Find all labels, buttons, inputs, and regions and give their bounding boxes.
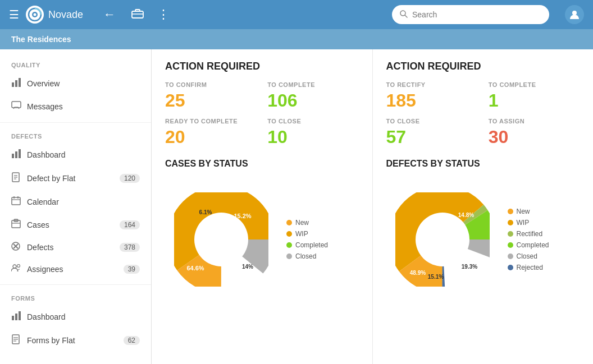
- r-legend-rejected: Rejected: [508, 264, 549, 271]
- left-metric-to-close-label: TO CLOSE: [267, 118, 358, 125]
- sidebar-item-defect-by-flat[interactable]: Defect by Flat 120: [0, 167, 151, 190]
- r-legend-rectified-label: Rectified: [517, 230, 543, 238]
- divider-2: [0, 284, 151, 285]
- donut-wip-label: 64.6%: [186, 265, 204, 271]
- right-legend: New WIP Rectified Completed: [508, 208, 549, 271]
- svg-rect-31: [12, 316, 14, 320]
- sidebar-item-cases[interactable]: Cases 164: [0, 213, 151, 236]
- cases-label: Cases: [27, 220, 120, 229]
- overview-label: Overview: [27, 79, 140, 88]
- svg-point-7: [572, 11, 577, 15]
- defects-badge: 378: [120, 243, 140, 252]
- sidebar-item-defects-dashboard[interactable]: Dashboard: [0, 143, 151, 167]
- right-metric-to-close: TO CLOSE 57: [386, 118, 477, 148]
- right-metric-to-assign-label: TO ASSIGN: [489, 118, 580, 125]
- left-metric-to-close: TO CLOSE 10: [267, 118, 358, 148]
- r-legend-wip: WIP: [508, 219, 549, 227]
- svg-rect-33: [19, 311, 21, 320]
- legend-completed-dot: [286, 242, 292, 248]
- legend-new-dot: [286, 220, 292, 225]
- sub-header-title: The Residences: [11, 35, 71, 44]
- legend-completed-label: Completed: [295, 241, 328, 249]
- cases-icon: [11, 219, 27, 231]
- left-metric-ready-to-complete-label: READY TO COMPLETE: [165, 118, 256, 125]
- r-legend-new: New: [508, 208, 549, 215]
- left-chart-area: 15.2% 64.6% 6.1% 14% New: [165, 178, 359, 301]
- right-metric-to-rectify: TO RECTIFY 185: [386, 81, 477, 111]
- r-legend-wip-dot: [508, 220, 513, 225]
- forms-by-flat-icon: [11, 334, 27, 347]
- r-legend-new-label: New: [517, 208, 530, 215]
- defect-by-flat-icon: [11, 172, 27, 185]
- search-icon: [400, 10, 408, 20]
- left-metric-to-confirm: TO CONFIRM 25: [165, 81, 256, 111]
- main-layout: QUALITY Overview Messages DEFECTS: [0, 49, 593, 364]
- legend-wip-dot: [286, 231, 292, 237]
- left-legend: New WIP Completed Closed: [286, 219, 328, 260]
- assignees-badge: 39: [124, 265, 140, 274]
- r-donut-completed-label: 15.1%: [427, 274, 443, 280]
- r-donut-wip-label: 48.9%: [409, 270, 425, 276]
- calendar-icon: [11, 196, 27, 208]
- right-metric-to-close-value: 57: [386, 127, 477, 148]
- r-legend-rejected-dot: [508, 265, 513, 270]
- sidebar-item-overview[interactable]: Overview: [0, 72, 151, 95]
- sidebar-item-calendar[interactable]: Calendar: [0, 190, 151, 213]
- left-metric-to-confirm-label: TO CONFIRM: [165, 81, 256, 88]
- left-donut-chart: 15.2% 64.6% 6.1% 14%: [165, 183, 277, 296]
- right-metric-to-assign-value: 30: [489, 127, 580, 148]
- defect-by-flat-label: Defect by Flat: [27, 174, 120, 183]
- svg-point-29: [13, 265, 16, 268]
- forms-dashboard-icon: [11, 311, 27, 323]
- right-metric-to-complete-value: 1: [489, 90, 580, 111]
- r-legend-new-dot: [508, 209, 513, 214]
- right-metric-to-close-label: TO CLOSE: [386, 118, 477, 125]
- defects-dashboard-label: Dashboard: [27, 150, 140, 159]
- defect-by-flat-badge: 120: [120, 174, 140, 183]
- right-metric-to-rectify-value: 185: [386, 90, 477, 111]
- briefcase-icon[interactable]: [131, 8, 144, 21]
- legend-completed: Completed: [286, 241, 328, 249]
- svg-rect-12: [12, 154, 14, 158]
- top-nav: ☰ Novade ← ⋮: [0, 0, 593, 29]
- right-donut-chart: 14.8% 48.9% 15.1% 19.3%: [386, 183, 499, 296]
- left-metric-to-complete-value: 106: [267, 90, 358, 111]
- left-metric-to-complete-label: TO COMPLETE: [267, 81, 358, 88]
- svg-line-6: [405, 15, 407, 17]
- svg-rect-11: [12, 102, 21, 108]
- right-metric-to-assign: TO ASSIGN 30: [489, 118, 580, 148]
- legend-new-label: New: [295, 219, 309, 227]
- search-bar[interactable]: [392, 5, 549, 24]
- legend-wip-label: WIP: [295, 230, 308, 238]
- sidebar-item-messages[interactable]: Messages: [0, 95, 151, 118]
- dashboard-icon: [11, 149, 27, 161]
- back-icon[interactable]: ←: [103, 7, 116, 22]
- svg-rect-19: [12, 197, 20, 205]
- assignees-icon: [11, 264, 27, 274]
- logo-icon: [26, 6, 44, 24]
- brand-name: Novade: [48, 9, 83, 21]
- calendar-label: Calendar: [27, 197, 140, 206]
- sidebar: QUALITY Overview Messages DEFECTS: [0, 49, 152, 364]
- r-legend-completed: Completed: [508, 241, 549, 249]
- svg-rect-10: [19, 78, 21, 87]
- r-legend-closed-dot: [508, 254, 513, 259]
- sidebar-item-defects[interactable]: Defects 378: [0, 236, 151, 259]
- right-chart-title: DEFECTS BY STATUS: [386, 159, 580, 169]
- more-options-icon[interactable]: ⋮: [157, 7, 170, 22]
- svg-rect-9: [15, 80, 17, 87]
- main-content: ACTION REQUIRED TO CONFIRM 25 TO COMPLET…: [152, 49, 593, 364]
- left-action-title: ACTION REQUIRED: [165, 61, 359, 72]
- hamburger-icon[interactable]: ☰: [9, 8, 19, 21]
- sidebar-item-forms-by-flat[interactable]: Forms by Flat 62: [0, 329, 151, 352]
- sidebar-item-assignees[interactable]: Assignees 39: [0, 259, 151, 280]
- overview-icon: [11, 77, 27, 90]
- left-metric-to-confirm-value: 25: [165, 90, 256, 111]
- r-legend-closed: Closed: [508, 252, 549, 260]
- avatar[interactable]: [565, 5, 584, 24]
- sidebar-item-forms-dashboard[interactable]: Dashboard: [0, 305, 151, 329]
- sub-header: The Residences: [0, 29, 593, 49]
- right-chart-area: 14.8% 48.9% 15.1% 19.3% New WIP: [386, 178, 580, 301]
- svg-rect-8: [12, 82, 14, 87]
- search-input[interactable]: [412, 10, 541, 19]
